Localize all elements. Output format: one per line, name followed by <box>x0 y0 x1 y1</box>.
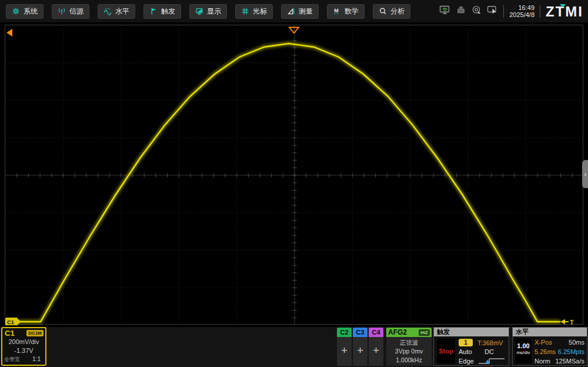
channel2-add-button[interactable]: + <box>337 337 352 366</box>
brand-logo: ZTMI <box>546 2 583 20</box>
svg-text:+-×: +-× <box>334 12 339 15</box>
channel1-coupling-badge: DC1M <box>26 330 44 336</box>
menu-button-trigger[interactable]: 触发 <box>143 4 181 19</box>
display-icon <box>195 7 203 15</box>
timebase-box[interactable]: 1.00 ms/div <box>515 338 532 363</box>
trigger-coupling[interactable]: DC <box>485 348 494 355</box>
trigger-source-badge[interactable]: 1 <box>459 339 473 346</box>
afg-amplitude-offset: 3Vpp 0mv <box>386 347 432 356</box>
menu-label: 显示 <box>207 6 221 16</box>
c1-waveform-trace <box>5 44 560 322</box>
sample-rate: 125MSa/s <box>555 358 584 365</box>
menu-button-measure[interactable]: 测量 <box>281 4 319 19</box>
channel3-label: C3 <box>353 328 368 337</box>
acquisition-state-button[interactable]: Stop <box>437 339 455 363</box>
channel1-probe-ratio: 1:1 <box>32 356 41 363</box>
rising-edge-icon <box>477 356 506 365</box>
timebase-value: 1.00 <box>515 342 532 350</box>
channel4-add-button[interactable]: + <box>369 337 383 366</box>
afg-body: 正弦波 3Vpp 0mv 1.000kHz <box>386 337 432 366</box>
afg-generator-panel[interactable]: AFG2 HiZ 正弦波 3Vpp 0mv 1.000kHz <box>386 328 432 366</box>
topbar-divider <box>540 5 540 18</box>
measure-ruler-icon <box>287 7 295 15</box>
channel1-label: C1 <box>5 329 15 338</box>
trigger-time-tag: T <box>560 319 574 326</box>
menu-button-system[interactable]: 系统 <box>6 4 44 19</box>
channel1-bandwidth: 全带宽 <box>4 356 20 363</box>
horizontal-panel-body: 1.00 ms/div X-Pos 50ms 5.26ms 6.25Mpts N… <box>513 336 587 365</box>
graticule-grid <box>5 25 584 325</box>
timebase-unit: ms/div <box>515 350 532 356</box>
afg-frequency: 1.000kHz <box>386 356 432 365</box>
touch-screen-icon[interactable] <box>487 5 498 17</box>
trigger-panel[interactable]: 触发 Stop 1 Auto Edge T:368mV DC <box>433 327 509 366</box>
svg-text:C1: C1 <box>7 319 15 325</box>
channel2-label: C2 <box>337 328 352 337</box>
c1-channel-tag[interactable]: C1 <box>5 318 21 325</box>
menu-button-horizontal[interactable]: 水平 <box>98 4 135 19</box>
trigger-sweep-mode[interactable]: Auto <box>459 348 472 355</box>
memory-depth: 6.25Mpts <box>558 348 584 355</box>
menu-label: 水平 <box>115 6 129 16</box>
channel1-scale: 200mV/div <box>2 338 45 346</box>
menu-label: 信源 <box>69 6 83 16</box>
trigger-level-marker[interactable] <box>6 29 12 36</box>
top-menu-bar: 系统 信源 水平 触发 <box>0 0 588 22</box>
screen-network-icon[interactable] <box>439 5 450 17</box>
delay-value: 5.26ms <box>534 348 556 355</box>
time-text: 16:49 <box>509 4 534 11</box>
horizontal-wave-icon <box>103 7 112 15</box>
menu-label: 光标 <box>253 6 267 16</box>
usb-icon[interactable] <box>456 6 466 17</box>
source-icon <box>58 7 66 15</box>
cursor-grid-icon <box>241 7 249 15</box>
xpos-label: X-Pos <box>534 339 552 346</box>
afg-label: AFG2 <box>388 328 407 336</box>
svg-text:T: T <box>570 319 574 326</box>
gear-icon <box>12 7 20 15</box>
trigger-panel-title: 触发 <box>434 328 509 336</box>
channel1-header: C1 DC1M <box>2 328 45 338</box>
waveform-display[interactable]: C1 T <box>5 25 583 325</box>
channel1-info-panel[interactable]: C1 DC1M 200mV/div -1.37V 全带宽 1:1 <box>1 327 46 366</box>
math-icon: M +-× <box>333 7 341 15</box>
channel1-footer: 全带宽 1:1 <box>2 356 45 363</box>
menu-label: 触发 <box>161 6 175 16</box>
menu-button-analysis[interactable]: 分析 <box>373 4 410 19</box>
topbar-right-zone: 16:49 2025/4/8 ZTMI <box>439 0 583 22</box>
menu-button-math[interactable]: M +-× 数学 <box>327 4 365 19</box>
trigger-panel-body: Stop 1 Auto Edge T:368mV DC <box>434 336 509 365</box>
channel2-tile[interactable]: C2 + <box>337 328 352 366</box>
topbar-divider <box>503 5 504 18</box>
analysis-magnifier-icon <box>379 7 387 15</box>
horizontal-panel[interactable]: 水平 1.00 ms/div X-Pos 50ms 5.26ms 6.25Mpt… <box>512 327 587 366</box>
xpos-value: 50ms <box>569 339 584 346</box>
menu-label: 数学 <box>345 6 359 16</box>
trigger-position-marker[interactable] <box>289 28 299 34</box>
trigger-type[interactable]: Edge <box>459 358 474 365</box>
menu-group: 系统 信源 水平 触发 <box>0 4 410 19</box>
bottom-status-bar: C1 DC1M 200mV/div -1.37V 全带宽 1:1 C2 + C3… <box>0 327 588 367</box>
channel3-tile[interactable]: C3 + <box>353 328 368 366</box>
menu-label: 测量 <box>299 6 313 16</box>
date-text: 2025/4/8 <box>509 11 534 18</box>
touch-gesture-icon[interactable] <box>472 5 482 17</box>
channel4-label: C4 <box>369 328 383 337</box>
trigger-flag-icon <box>149 7 158 15</box>
acquire-mode: Norm <box>534 358 550 365</box>
menu-label: 分析 <box>390 6 405 16</box>
menu-button-cursor[interactable]: 光标 <box>235 4 273 19</box>
afg-impedance-badge: HiZ <box>419 329 430 336</box>
menu-label: 系统 <box>24 6 38 16</box>
menu-button-source[interactable]: 信源 <box>52 4 89 19</box>
clock-block: 16:49 2025/4/8 <box>509 4 534 18</box>
channel1-offset: -1.37V <box>2 346 45 355</box>
afg-waveform-type: 正弦波 <box>386 338 432 347</box>
brand-triangle-icon <box>560 4 566 8</box>
trigger-level-value: T:368mV <box>477 339 503 346</box>
side-panel-handle[interactable]: ‹ <box>582 160 588 188</box>
menu-button-display[interactable]: 显示 <box>189 4 227 19</box>
channel3-add-button[interactable]: + <box>353 337 368 366</box>
horizontal-panel-title: 水平 <box>513 328 587 336</box>
channel4-tile[interactable]: C4 + <box>369 328 383 366</box>
